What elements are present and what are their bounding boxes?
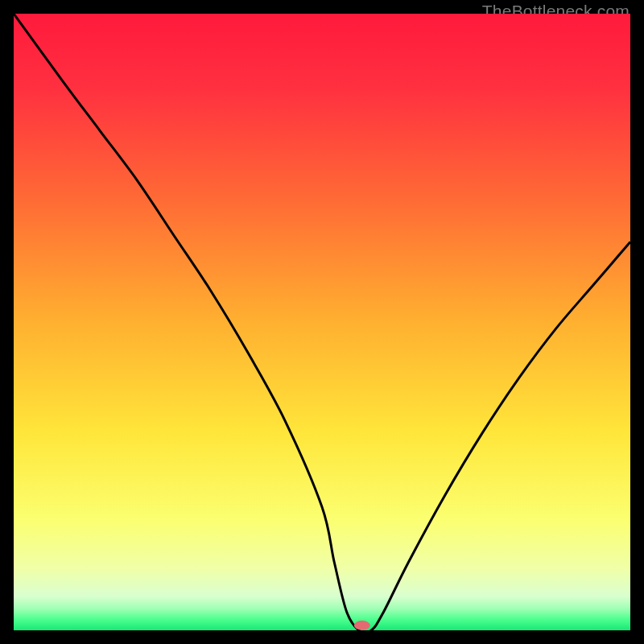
chart-svg: [14, 14, 630, 630]
optimal-point-marker: [354, 621, 370, 630]
chart-frame: TheBottleneck.com: [0, 0, 644, 644]
gradient-background: [14, 14, 630, 630]
plot-area: [14, 14, 630, 630]
